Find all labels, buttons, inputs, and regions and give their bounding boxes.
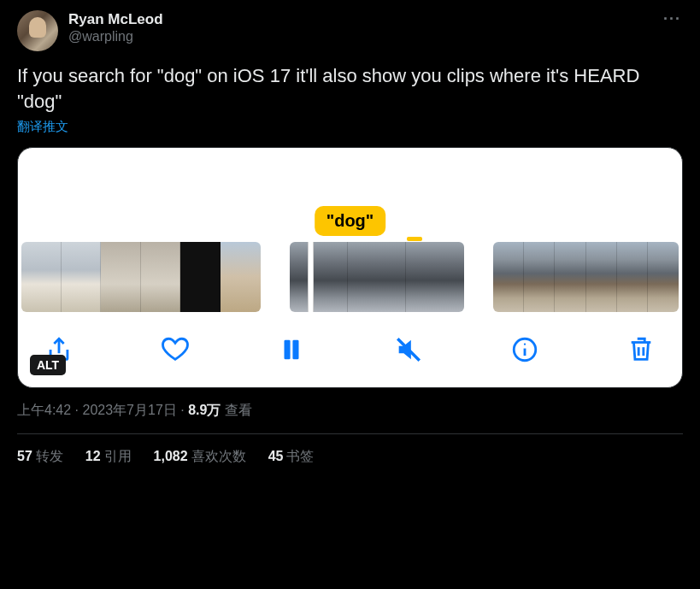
clip-frame xyxy=(290,242,348,312)
delete-button[interactable] xyxy=(624,333,658,367)
clip-frame xyxy=(62,242,102,312)
clip-frame xyxy=(524,242,555,312)
clip-frame xyxy=(221,242,261,312)
clip-frame xyxy=(180,242,221,312)
clip-group-2[interactable] xyxy=(290,242,464,312)
clip-frame xyxy=(493,242,524,312)
pause-icon xyxy=(277,335,306,364)
clip-frame xyxy=(141,242,181,312)
media-toolbar xyxy=(18,319,682,387)
tweet-text: If you search for "dog" on iOS 17 it'll … xyxy=(17,63,683,114)
translate-link[interactable]: 翻译推文 xyxy=(17,119,683,135)
tweet-stats: 57转发 12引用 1,082喜欢次数 45书签 xyxy=(17,448,683,466)
info-button[interactable] xyxy=(508,333,542,367)
tweet-date[interactable]: 2023年7月17日 xyxy=(82,403,176,417)
tweet-header: Ryan McLeod @warpling xyxy=(17,10,683,51)
author-names[interactable]: Ryan McLeod @warpling xyxy=(68,10,163,45)
quotes-stat[interactable]: 12引用 xyxy=(85,448,132,466)
clip-frame xyxy=(617,242,648,312)
tweet-time[interactable]: 上午4:42 xyxy=(17,403,71,417)
likes-stat[interactable]: 1,082喜欢次数 xyxy=(154,448,246,466)
mute-button[interactable] xyxy=(391,333,426,367)
timeline-strip[interactable] xyxy=(18,242,682,319)
retweets-stat[interactable]: 57转发 xyxy=(17,448,63,466)
svg-rect-0 xyxy=(285,340,291,360)
clip-frame xyxy=(586,242,617,312)
clip-group-3[interactable] xyxy=(493,242,679,312)
alt-badge[interactable]: ALT xyxy=(30,355,66,375)
like-button[interactable] xyxy=(158,333,192,367)
more-button[interactable]: ··· xyxy=(663,10,681,28)
views-label: 查看 xyxy=(225,403,252,417)
handle: @warpling xyxy=(68,28,163,45)
trash-icon xyxy=(626,335,656,364)
clip-frame xyxy=(348,242,406,312)
display-name: Ryan McLeod xyxy=(68,10,163,28)
search-term-badge: "dog" xyxy=(315,206,386,236)
media-header-space: "dog" xyxy=(18,148,682,242)
clip-group-1[interactable] xyxy=(21,242,261,312)
views-count: 8.9万 xyxy=(188,403,221,417)
divider xyxy=(17,433,683,434)
pause-button[interactable] xyxy=(274,333,309,367)
svg-rect-1 xyxy=(293,340,299,360)
info-icon xyxy=(510,335,539,364)
heart-icon xyxy=(161,335,190,364)
timeline-marker xyxy=(407,237,422,241)
clip-frame xyxy=(101,242,141,312)
svg-point-4 xyxy=(524,344,526,345)
clip-frame xyxy=(406,242,464,312)
clip-frame xyxy=(555,242,585,312)
bookmarks-stat[interactable]: 45书签 xyxy=(268,448,315,466)
playhead[interactable] xyxy=(309,242,313,312)
media-attachment[interactable]: "dog" xyxy=(17,147,683,388)
avatar[interactable] xyxy=(17,10,58,51)
clip-frame xyxy=(648,242,679,312)
tweet-meta: 上午4:42 · 2023年7月17日 · 8.9万 查看 xyxy=(17,402,683,420)
clip-frame xyxy=(21,242,62,312)
tweet-container: Ryan McLeod @warpling ··· If you search … xyxy=(0,0,700,466)
speaker-muted-icon xyxy=(394,335,423,364)
